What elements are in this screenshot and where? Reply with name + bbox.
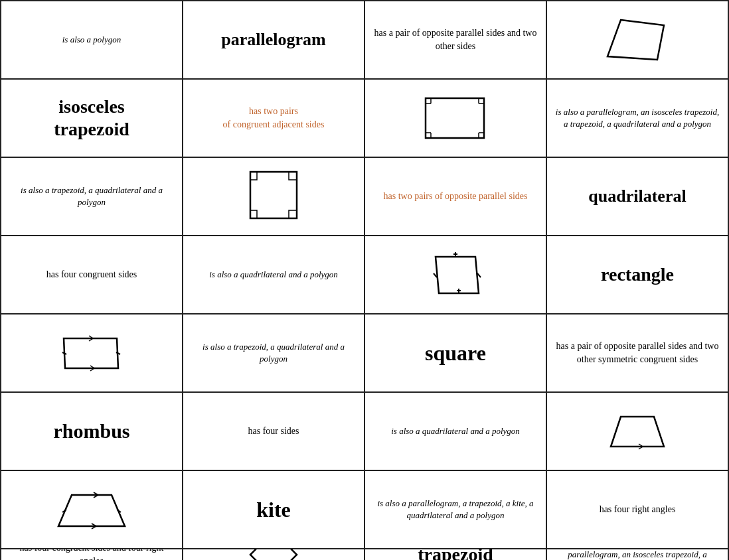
text-r3c0: has four congruent sides [46, 268, 137, 281]
text-r0c0: is also a polygon [62, 34, 121, 46]
cell-r2c3: quadrilateral [547, 158, 729, 236]
svg-marker-23 [611, 417, 664, 447]
cell-r5c0: rhombus [1, 393, 183, 471]
text-r5c2: is also a quadrilateral and a polygon [391, 425, 520, 437]
title-rectangle: rectangle [601, 263, 674, 286]
text-r1c3: is also a parallelogram, an isosceles tr… [552, 106, 722, 130]
cell-r7c0: has four congruent sides and four right … [1, 549, 183, 560]
text-r3c1: is also a quadrilateral and a polygon [209, 269, 338, 281]
svg-line-21 [62, 352, 66, 354]
cell-r0c3 [547, 1, 729, 80]
text-r7c3: is also a rectangle, a rhombus, a kite, … [552, 549, 722, 560]
title-rhombus: rhombus [53, 419, 129, 443]
main-grid: is also a polygon parallelogram has a pa… [0, 0, 729, 560]
svg-marker-30 [250, 549, 297, 560]
shape-rhombus-tick [237, 549, 310, 560]
title-kite: kite [256, 497, 291, 522]
cell-r5c2: is also a quadrilateral and a polygon [365, 393, 547, 471]
svg-rect-1 [426, 98, 484, 138]
cell-r4c1: is also a trapezoid, a quadrilateral and… [183, 315, 365, 393]
svg-marker-11 [436, 257, 479, 293]
shape-trapezoid-irregular [601, 13, 674, 66]
cell-r1c3: is also a parallelogram, an isosceles tr… [547, 80, 729, 158]
cell-r3c0: has four congruent sides [1, 236, 183, 315]
cell-r0c0: is also a polygon [1, 1, 183, 80]
cell-r7c3: is also a rectangle, a rhombus, a kite, … [547, 549, 729, 560]
cell-r7c1 [183, 549, 365, 560]
cell-r5c1: has four sides [183, 393, 365, 471]
cell-r4c0 [1, 315, 183, 393]
cell-r3c2 [365, 236, 547, 315]
shape-parallelogram-tick [419, 247, 492, 303]
title-isosceles-trapezoid: isoscelestrapezoid [54, 96, 129, 140]
cell-r6c1: kite [183, 471, 365, 549]
text-r4c3: has a pair of opposite parallel sides an… [552, 340, 722, 366]
text-r6c3: has four right angles [600, 503, 676, 516]
cell-r6c2: is also a parallelogram, a trapezoid, a … [365, 471, 547, 549]
cell-r2c0: is also a trapezoid, a quadrilateral and… [1, 158, 183, 236]
text-r2c0: is also a trapezoid, a quadrilateral and… [7, 184, 177, 208]
cell-r1c0: isoscelestrapezoid [1, 80, 183, 158]
cell-r1c2 [365, 80, 547, 158]
cell-r2c1 [183, 158, 365, 236]
cell-r4c2: square [365, 315, 547, 393]
cell-r6c3: has four right angles [547, 471, 729, 549]
text-r7c0: has four congruent sides and four right … [7, 549, 177, 560]
title-parallelogram: parallelogram [221, 29, 325, 50]
cell-r3c1: is also a quadrilateral and a polygon [183, 236, 365, 315]
title-square: square [425, 340, 486, 366]
shape-rectangle-tick [419, 92, 492, 145]
shape-trapezoid-arrow [601, 407, 674, 456]
text-r6c2: is also a parallelogram, a trapezoid, a … [370, 498, 540, 522]
cell-r7c2: trapezoid [365, 549, 547, 560]
shape-square-tick [244, 167, 303, 226]
title-quadrilateral: quadrilateral [588, 186, 686, 206]
cell-r3c3: rectangle [547, 236, 729, 315]
cell-r0c1: parallelogram [183, 1, 365, 80]
svg-marker-0 [608, 20, 664, 60]
cell-r6c0 [1, 471, 183, 549]
text-r1c1: has two pairsof congruent adjacent sides [223, 105, 325, 131]
cell-r2c2: has two pairs of opposite parallel sides [365, 158, 547, 236]
cell-r0c2: has a pair of opposite parallel sides an… [365, 1, 547, 80]
svg-marker-25 [58, 495, 125, 526]
text-r2c2: has two pairs of opposite parallel sides [384, 190, 528, 203]
cell-r4c3: has a pair of opposite parallel sides an… [547, 315, 729, 393]
cell-r5c3 [547, 393, 729, 471]
text-r0c2: has a pair of opposite parallel sides an… [370, 27, 540, 52]
text-r5c1: has four sides [248, 425, 299, 438]
shape-parallelogram-arrow [52, 325, 131, 382]
shape-trapezoid-tick-arrow [52, 483, 131, 536]
svg-marker-18 [64, 338, 118, 368]
title-trapezoid: trapezoid [418, 549, 493, 560]
cell-r1c1: has two pairsof congruent adjacent sides [183, 80, 365, 158]
text-r4c1: is also a trapezoid, a quadrilateral and… [189, 341, 359, 365]
